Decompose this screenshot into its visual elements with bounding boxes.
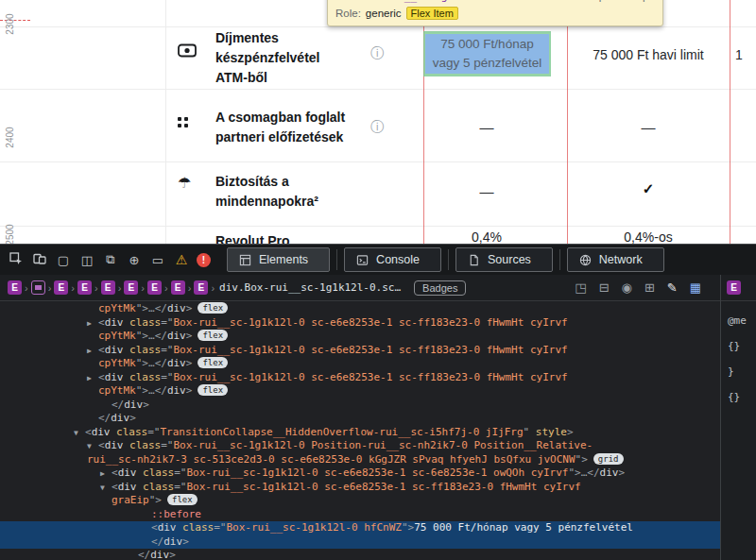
grid-overlay-line: [730, 0, 730, 244]
expand-arrow-icon[interactable]: ▶: [87, 317, 98, 331]
monitor-icon[interactable]: ▭: [149, 253, 166, 267]
edit-icon[interactable]: ✎: [667, 280, 678, 295]
css-fragment: @me: [721, 314, 756, 327]
code-token-punct: =": [161, 439, 173, 451]
warning-icon[interactable]: ⚠: [173, 252, 190, 267]
code-token-punct: <: [98, 316, 105, 329]
dom-node-line[interactable]: rui__sc-nh2ik7-3 sc-513ce2d3-0 sc-e6e825…: [0, 453, 720, 467]
code-token-punct: ">: [136, 384, 148, 397]
code-token-attr: style: [529, 426, 567, 438]
code-token-attr: class: [137, 481, 175, 493]
code-token-tag: div: [167, 357, 186, 369]
chevron-icon: ›: [141, 282, 145, 294]
code-token-punct: <: [112, 467, 118, 479]
dom-node-line[interactable]: ▼<div class="Box-rui__sc-1g1k12l-0 sc-e6…: [0, 481, 720, 495]
code-token-tag: div: [150, 549, 169, 560]
adorner-badge-flex[interactable]: flex: [198, 384, 228, 396]
dom-node-line[interactable]: graEip">flex: [0, 494, 720, 508]
ruler-label: 2400: [5, 123, 15, 153]
code-token-value: Box-rui__sc-1g1k12l-0 sc-e6e8253e-1 sc-f…: [174, 371, 568, 383]
element-badge[interactable]: E: [727, 280, 741, 295]
panels-overlap-icon[interactable]: ⧉: [102, 252, 119, 267]
code-token-punct: ">: [568, 467, 580, 479]
tab-sources[interactable]: Sources: [455, 247, 553, 272]
dom-node-line[interactable]: </div>: [0, 549, 720, 560]
record-icon[interactable]: ◉: [622, 280, 632, 295]
dom-node-line[interactable]: </div>: [0, 399, 720, 413]
tab-separator: [448, 249, 449, 270]
dom-node-line[interactable]: cpYtMk">…</div>flex: [0, 357, 720, 371]
element-badge[interactable]: E: [54, 280, 68, 295]
adorner-badge-flex[interactable]: flex: [198, 302, 228, 314]
adorner-badge-flex[interactable]: flex: [198, 330, 228, 341]
inspect-icon[interactable]: [8, 252, 25, 268]
expand-arrow-icon[interactable]: ▶: [100, 467, 112, 482]
code-token-punct: <: [98, 439, 105, 451]
panels-icon[interactable]: ▦: [690, 280, 701, 295]
breadcrumb-selected-node[interactable]: div.Box-rui__sc-1g1k12l-0.sc…: [219, 281, 401, 294]
info-icon[interactable]: ⓘ: [370, 46, 384, 59]
dom-node-line[interactable]: </div>: [0, 412, 720, 426]
highlighted-cell: 75 000 Ft/hónap vagy 5 pénzfelvétel: [425, 34, 549, 74]
tab-network[interactable]: Network: [567, 247, 664, 272]
tooltip-selector-line: div.Box-rui__sc-1g1k12l…sHfCnWZ 410px × …: [335, 0, 655, 5]
dom-node-line[interactable]: </div>: [0, 535, 720, 550]
element-badge[interactable]: E: [77, 280, 92, 295]
tab-separator: [336, 249, 337, 270]
dom-node-line[interactable]: ▶<div class="Box-rui__sc-1g1k12l-0 sc-e6…: [0, 344, 720, 358]
adorner-badge-grid[interactable]: grid: [593, 453, 624, 465]
tab-elements[interactable]: Elements: [227, 247, 330, 272]
code-token-value: cpYtMk: [98, 384, 136, 397]
layout-icon[interactable]: ◳: [575, 280, 586, 295]
code-token-punct: =": [161, 371, 173, 383]
dom-node-line[interactable]: ▶<div class="Box-rui__sc-1g1k12l-0 sc-e6…: [0, 316, 720, 331]
dom-node-line[interactable]: cpYtMk">…</div>flex: [0, 302, 720, 316]
dom-node-line[interactable]: ▼<div class="TransitionCollapse__HiddenO…: [0, 426, 720, 440]
grid-view-icon[interactable]: ⊞: [644, 280, 655, 295]
dom-node-line[interactable]: cpYtMk">…</div>flex: [0, 384, 720, 399]
panel-single-icon[interactable]: ▢: [55, 253, 72, 267]
print-icon[interactable]: ⊟: [599, 280, 610, 295]
code-token-value: Box-rui__sc-1g1k12l-0 sc-e6e8253e-1 sc-f…: [174, 344, 568, 356]
dom-node-line[interactable]: ▶<div class="Box-rui__sc-1g1k12l-0 sc-e6…: [0, 467, 720, 481]
adorner-badge-flex[interactable]: flex: [198, 357, 228, 368]
element-badge[interactable]: E: [8, 280, 22, 295]
tab-console[interactable]: Console: [344, 247, 441, 272]
element-badge[interactable]: E: [147, 280, 162, 295]
element-badge[interactable]: E: [124, 280, 138, 295]
device-toolbar-icon[interactable]: [31, 252, 48, 268]
dom-node-line[interactable]: <div class="Box-rui__sc-1g1k12l-0 hfCnWZ…: [0, 521, 720, 535]
screen-badge-icon[interactable]: [31, 280, 45, 295]
code-token-punct: </: [155, 357, 167, 369]
code-token-punct: </: [155, 302, 167, 314]
code-token-text: 75 000 Ft/hónap vagy 5 pénzfelvétel: [414, 521, 633, 534]
code-token-punct: >: [567, 426, 574, 438]
expand-arrow-icon[interactable]: ▼: [100, 482, 112, 496]
info-icon[interactable]: ⓘ: [370, 120, 384, 133]
element-badge[interactable]: E: [101, 280, 115, 295]
dom-node-line[interactable]: ::before: [0, 508, 720, 522]
badges-button[interactable]: Badges: [414, 280, 466, 296]
dom-node-line[interactable]: cpYtMk">…</div>flex: [0, 330, 720, 344]
element-badge[interactable]: E: [171, 280, 185, 295]
expand-arrow-icon[interactable]: ▼: [87, 440, 98, 454]
panel-split-icon[interactable]: ◫: [78, 253, 95, 267]
code-token-punct: =": [214, 521, 226, 534]
dom-node-line[interactable]: ▼<div class="Box-rui__sc-1g1k12l-0 Posit…: [0, 439, 720, 453]
expand-arrow-icon[interactable]: ▶: [87, 345, 98, 359]
code-token-tag: div: [105, 439, 124, 451]
crosshair-icon[interactable]: ⊕: [126, 253, 143, 267]
dom-node-line[interactable]: ▶<div class="Box-rui__sc-1g1k12l-0 sc-e6…: [0, 371, 720, 385]
code-token-punct: >: [143, 399, 149, 411]
flex-item-chip: Flex Item: [406, 7, 458, 20]
adorner-badge-flex[interactable]: flex: [167, 494, 198, 505]
expand-arrow-icon[interactable]: ▼: [74, 427, 85, 441]
tooltip-selector: div.Box-rui__sc-1g1k12l…: [335, 0, 486, 3]
error-count-badge[interactable]: !: [197, 253, 211, 267]
expand-arrow-icon[interactable]: ▶: [87, 372, 98, 386]
apps-grid-icon: [178, 117, 188, 127]
code-token-punct: =": [174, 467, 186, 479]
element-badge[interactable]: E: [194, 280, 208, 295]
breadcrumb-bar: E››E›E›E›E›E›E›E› div.Box-rui__sc-1g1k12…: [0, 275, 720, 301]
row-separator: [0, 89, 756, 90]
